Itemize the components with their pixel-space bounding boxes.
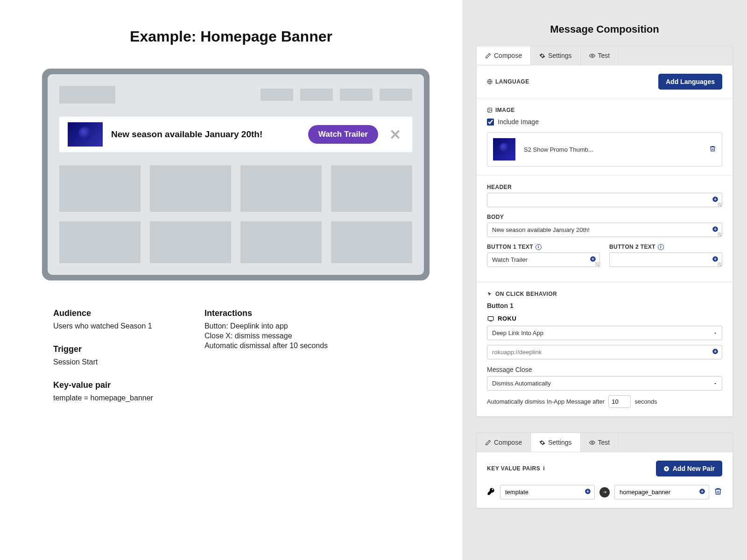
add-languages-button[interactable]: Add Languages bbox=[658, 74, 722, 90]
tab-label: Test bbox=[598, 52, 610, 59]
kvp-heading: Key-value pair bbox=[53, 380, 153, 390]
resize-handle[interactable] bbox=[718, 203, 721, 206]
skeleton-nav-item bbox=[380, 89, 412, 101]
header-input[interactable] bbox=[487, 193, 722, 207]
plus-circle-icon[interactable] bbox=[585, 488, 591, 497]
cursor-icon bbox=[487, 291, 493, 297]
skeleton-tile bbox=[240, 165, 322, 212]
tab-test[interactable]: Test bbox=[581, 46, 619, 65]
skeleton-nav-item bbox=[300, 89, 333, 101]
resize-handle[interactable] bbox=[718, 262, 721, 266]
resize-handle[interactable] bbox=[718, 232, 721, 236]
deeplink-url-input[interactable] bbox=[487, 345, 722, 359]
tab-label: Settings bbox=[548, 439, 572, 446]
checkbox-label: Include Image bbox=[498, 118, 539, 126]
include-image-checkbox[interactable]: Include Image bbox=[487, 118, 722, 126]
trash-icon[interactable] bbox=[714, 487, 722, 497]
tab-compose[interactable]: Compose bbox=[477, 433, 531, 452]
tab-settings[interactable]: Settings bbox=[531, 46, 581, 65]
globe-icon bbox=[487, 79, 493, 84]
svg-point-10 bbox=[591, 441, 592, 443]
language-label: LANGUAGE bbox=[487, 78, 529, 85]
audience-heading: Audience bbox=[53, 308, 153, 318]
kvp-value-input[interactable] bbox=[614, 485, 709, 499]
skeleton-nav-item bbox=[261, 89, 293, 101]
key-icon bbox=[487, 487, 495, 497]
header-field-label: HEADER bbox=[487, 184, 722, 190]
info-icon[interactable]: i bbox=[658, 244, 664, 250]
kvp-key-input[interactable] bbox=[500, 485, 595, 499]
dismiss-text-after: seconds bbox=[634, 398, 657, 405]
info-icon[interactable]: i bbox=[543, 465, 545, 472]
banner-thumbnail bbox=[68, 122, 103, 147]
image-icon bbox=[487, 107, 493, 113]
button1-label: BUTTON 1 TEXTi bbox=[487, 244, 600, 250]
example-banner: New season available January 20th! Watch… bbox=[59, 117, 412, 152]
message-close-label: Message Close bbox=[487, 366, 722, 373]
button2-text-input[interactable] bbox=[609, 252, 722, 267]
dismiss-text-before: Automatically dismiss In-App Message aft… bbox=[487, 398, 605, 405]
settings-card: Compose Settings Test KEY VALUE PAIRS i … bbox=[476, 433, 733, 508]
tv-icon bbox=[487, 315, 494, 322]
skeleton-tile bbox=[59, 221, 141, 263]
svg-point-0 bbox=[591, 55, 592, 56]
image-section-label: IMAGE bbox=[487, 107, 722, 113]
image-filename: S2 Show Promo Thumb... bbox=[524, 146, 701, 153]
resize-handle[interactable] bbox=[595, 262, 599, 266]
add-new-pair-button[interactable]: Add New Pair bbox=[656, 461, 722, 476]
gear-icon bbox=[539, 440, 545, 446]
button1-sublabel: Button 1 bbox=[487, 302, 722, 309]
example-title: Example: Homepage Banner bbox=[42, 28, 420, 45]
compose-card: Compose Settings Test LANGUAGE Add Langu… bbox=[476, 46, 733, 417]
button2-label: BUTTON 2 TEXTi bbox=[609, 244, 722, 250]
watch-trailer-button[interactable]: Watch Trailer bbox=[308, 125, 378, 144]
svg-point-3 bbox=[489, 109, 490, 110]
body-field-label: BODY bbox=[487, 214, 722, 220]
plus-circle-icon bbox=[663, 466, 669, 472]
tab-compose[interactable]: Compose bbox=[477, 46, 531, 65]
eye-icon bbox=[589, 440, 595, 446]
dismiss-seconds-input[interactable] bbox=[608, 395, 631, 408]
image-thumbnail bbox=[493, 138, 515, 161]
tab-label: Compose bbox=[494, 52, 522, 59]
interactions-heading: Interactions bbox=[204, 308, 328, 318]
tab-test[interactable]: Test bbox=[581, 433, 619, 452]
pencil-icon bbox=[485, 53, 491, 59]
kvp-section-label: KEY VALUE PAIRS i bbox=[487, 465, 545, 472]
tab-settings[interactable]: Settings bbox=[531, 433, 581, 452]
info-icon[interactable]: i bbox=[536, 244, 542, 250]
kvp-text: template = homepage_banner bbox=[53, 394, 153, 402]
skeleton-nav-item bbox=[340, 89, 373, 101]
interactions-line: Automatic dismissal after 10 seconds bbox=[204, 342, 328, 350]
close-icon[interactable]: ✕ bbox=[387, 126, 404, 143]
skeleton-tile bbox=[331, 165, 412, 212]
message-close-select[interactable]: Dismiss Automatically bbox=[487, 376, 722, 391]
skeleton-tile bbox=[59, 165, 141, 212]
audience-text: Users who watched Season 1 bbox=[53, 322, 153, 330]
pencil-icon bbox=[485, 440, 491, 446]
svg-rect-8 bbox=[488, 316, 493, 320]
include-image-input[interactable] bbox=[487, 119, 494, 126]
gear-icon bbox=[539, 53, 545, 59]
mockup-frame: New season available January 20th! Watch… bbox=[42, 69, 430, 280]
onclick-label: ON CLICK BEHAVIOR bbox=[487, 291, 722, 297]
panel-title: Message Composition bbox=[476, 23, 733, 35]
platform-label: ROKU bbox=[487, 315, 722, 322]
plus-circle-icon[interactable] bbox=[699, 488, 705, 497]
eye-icon bbox=[589, 53, 595, 59]
trigger-text: Session Start bbox=[53, 358, 153, 366]
tab-label: Compose bbox=[494, 439, 522, 446]
image-file-card: S2 Show Promo Thumb... bbox=[487, 132, 722, 167]
skeleton-logo bbox=[59, 86, 115, 104]
tab-label: Test bbox=[598, 439, 610, 446]
skeleton-tile bbox=[331, 221, 412, 263]
deeplink-action-select[interactable]: Deep Link Into App bbox=[487, 326, 722, 340]
button1-text-input[interactable] bbox=[487, 252, 600, 267]
trigger-heading: Trigger bbox=[53, 344, 153, 354]
skeleton-tile bbox=[150, 165, 231, 212]
body-input[interactable] bbox=[487, 223, 722, 237]
trash-icon[interactable] bbox=[709, 145, 716, 154]
tab-label: Settings bbox=[548, 52, 572, 59]
interactions-line: Close X: dismiss message bbox=[204, 332, 328, 340]
plus-circle-icon[interactable] bbox=[712, 348, 719, 357]
